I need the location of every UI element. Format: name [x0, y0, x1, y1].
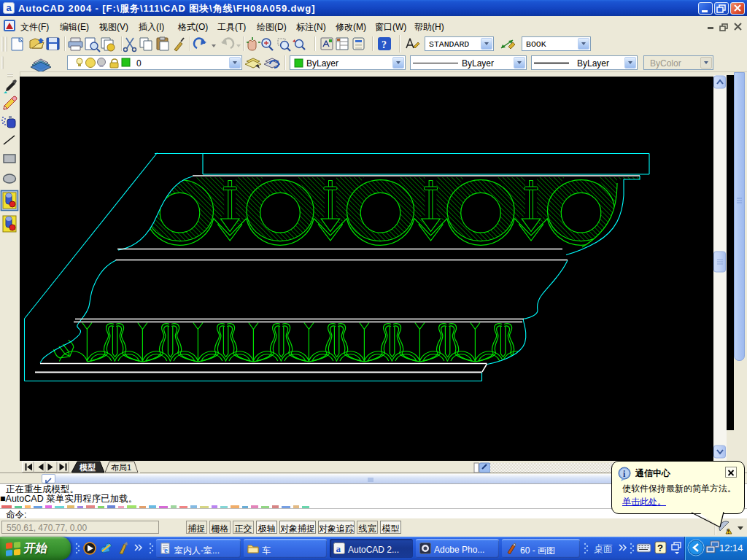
svg-text:布局1: 布局1	[111, 463, 131, 472]
svg-text:桌面: 桌面	[594, 543, 613, 554]
svg-text:?: ?	[382, 39, 387, 50]
svg-text:a: a	[336, 543, 341, 554]
svg-text:12:14: 12:14	[719, 542, 743, 553]
svg-text:e: e	[164, 545, 168, 554]
svg-text:模型: 模型	[79, 463, 96, 472]
svg-text:?: ?	[657, 542, 663, 553]
